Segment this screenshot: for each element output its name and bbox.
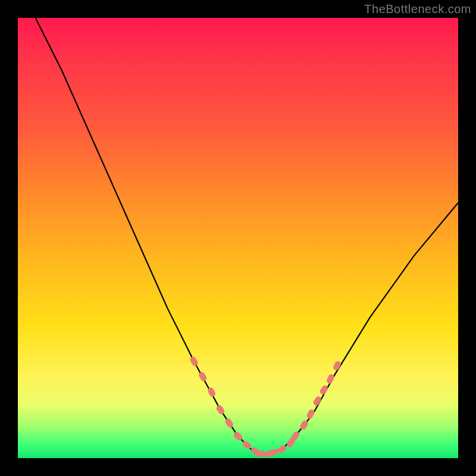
highlight-dot [306, 409, 315, 420]
highlight-dot [325, 373, 335, 384]
highlight-dots-bottom [255, 431, 300, 458]
chart-svg [18, 18, 458, 458]
watermark-text: TheBottleneck.com [364, 2, 471, 16]
highlight-dot [255, 451, 265, 457]
highlight-dot [224, 417, 234, 428]
plot-area [18, 18, 458, 458]
highlight-dot [198, 371, 208, 383]
highlight-dots-right [299, 360, 342, 431]
highlight-dot [215, 404, 226, 415]
chart-frame: TheBottleneck.com [0, 0, 476, 476]
main-curve [36, 18, 458, 454]
highlight-dot [189, 356, 199, 367]
highlight-dot [319, 384, 329, 396]
